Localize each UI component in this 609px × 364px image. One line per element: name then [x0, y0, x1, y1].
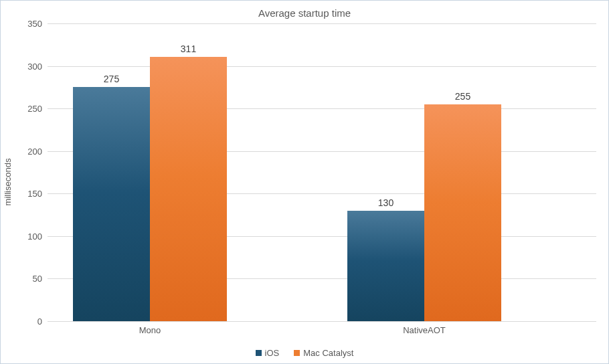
- bar-value-label: 130: [347, 197, 424, 208]
- x-tick-label: Mono: [139, 325, 161, 335]
- bar-value-label: 311: [150, 43, 227, 54]
- bar-value-label: 255: [424, 91, 501, 102]
- bar-nativeaot-mac: 255: [424, 104, 501, 321]
- legend: iOS Mac Catalyst: [1, 348, 608, 358]
- legend-item-ios: iOS: [256, 348, 280, 358]
- bar-value-label: 275: [73, 74, 150, 84]
- plot-area: 350 300 250 200 150 100 50 0 275 311 130: [48, 23, 596, 321]
- bar-mono-mac: 311: [150, 57, 227, 321]
- legend-swatch-icon: [256, 350, 262, 356]
- y-tick-label: 150: [15, 189, 42, 199]
- y-tick-label: 100: [15, 231, 42, 241]
- chart-title: Average startup time: [1, 7, 608, 19]
- x-tick-label: NativeAOT: [403, 325, 446, 335]
- bar-nativeaot-ios: 130: [347, 211, 424, 321]
- legend-swatch-icon: [294, 350, 300, 356]
- legend-label: Mac Catalyst: [303, 348, 353, 358]
- legend-item-mac: Mac Catalyst: [294, 348, 353, 358]
- y-tick-label: 250: [15, 104, 42, 114]
- y-tick-label: 0: [15, 316, 42, 327]
- y-axis-label: milliseconds: [3, 159, 13, 206]
- gridline: [48, 321, 596, 322]
- gridline: [48, 23, 596, 24]
- y-tick-label: 300: [15, 61, 42, 71]
- y-tick-label: 200: [15, 146, 42, 156]
- bar-mono-ios: 275: [73, 87, 150, 321]
- y-tick-label: 50: [15, 274, 42, 284]
- y-tick-label: 350: [15, 19, 42, 29]
- chart-container: Average startup time milliseconds 350 30…: [0, 0, 609, 364]
- legend-label: iOS: [265, 348, 280, 358]
- gridline: [48, 66, 596, 67]
